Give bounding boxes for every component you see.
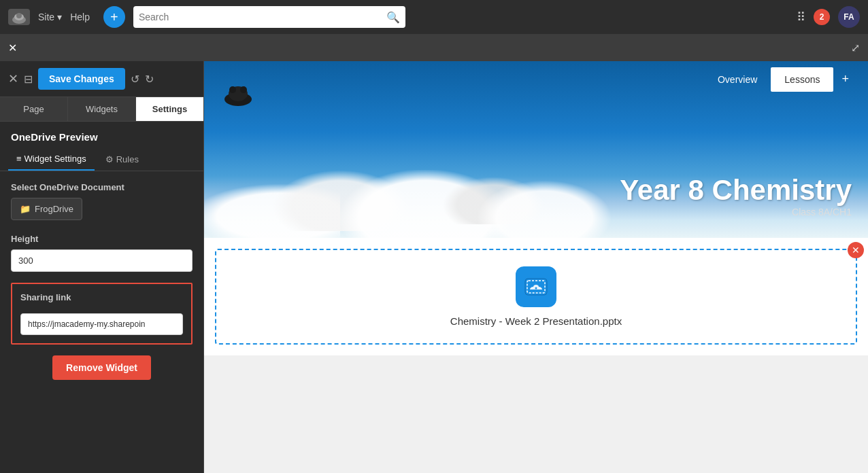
- widget-area: ✕ Chemistry - Week 2 Presentation.pptx: [204, 238, 868, 355]
- search-input[interactable]: [139, 12, 386, 22]
- subtab-rules[interactable]: ⚙ Rules: [97, 148, 147, 171]
- select-document-label: Select OneDrive Document: [11, 182, 193, 192]
- widget-title: OneDrive Preview: [0, 122, 203, 148]
- lessons-nav-button[interactable]: Lessons: [771, 67, 833, 92]
- site-label: Site: [38, 12, 54, 22]
- folder-icon: 📁: [20, 204, 31, 214]
- redo-button[interactable]: ↻: [145, 73, 154, 86]
- subtab-rules-label: Rules: [116, 154, 139, 164]
- sharing-link-section: Sharing link: [11, 283, 193, 345]
- sidebar-toolbar: ✕ ⊟ Save Changes ↺ ↻: [0, 61, 203, 97]
- svg-point-2: [16, 13, 22, 18]
- nav-right-controls: ⠿ 2 FA: [797, 6, 860, 28]
- undo-button[interactable]: ↺: [131, 73, 139, 86]
- add-button[interactable]: +: [103, 6, 125, 28]
- remove-widget-button[interactable]: Remove Widget: [52, 355, 151, 380]
- settings-icon: ≡: [16, 154, 22, 164]
- toolbar-close-button[interactable]: ✕: [8, 71, 18, 86]
- frog-drive-label: FrogDrive: [35, 204, 73, 214]
- search-bar: 🔍: [133, 6, 405, 28]
- header-add-button[interactable]: +: [833, 67, 857, 92]
- chevron-down-icon: ▾: [57, 12, 62, 22]
- height-input[interactable]: [11, 249, 193, 272]
- notification-badge[interactable]: 2: [814, 9, 830, 25]
- expand-button[interactable]: ⤢: [851, 41, 860, 54]
- header-title-area: Year 8 Chemistry Class 8A/CH1: [620, 174, 852, 217]
- overview-nav-button[interactable]: Overview: [704, 67, 771, 92]
- select-document-section: Select OneDrive Document 📁 FrogDrive: [11, 182, 193, 220]
- secondary-bar: ✕ ⤢: [0, 34, 868, 61]
- tab-settings[interactable]: Settings: [136, 97, 203, 121]
- widget-remove-button[interactable]: ✕: [848, 242, 864, 258]
- page-header: Overview Lessons + Year 8 Chemistry Clas…: [204, 61, 868, 238]
- sharing-link-input[interactable]: [20, 313, 183, 335]
- save-changes-button[interactable]: Save Changes: [38, 68, 125, 90]
- page-title: Year 8 Chemistry: [620, 174, 852, 207]
- onedrive-icon: [516, 266, 556, 307]
- tab-widgets[interactable]: Widgets: [68, 97, 136, 121]
- cloud-5: [476, 180, 612, 238]
- avatar[interactable]: FA: [838, 6, 860, 28]
- subtab-widget-settings-label: Widget Settings: [24, 154, 86, 164]
- secondary-close-button[interactable]: ✕: [8, 41, 17, 54]
- rules-icon: ⚙: [105, 154, 114, 164]
- tab-page[interactable]: Page: [0, 97, 68, 121]
- top-navigation: Site ▾ Help + 🔍 ⠿ 2 FA: [0, 0, 868, 34]
- sharing-link-label: Sharing link: [20, 292, 183, 302]
- content-area: Overview Lessons + Year 8 Chemistry Clas…: [204, 61, 868, 473]
- sidebar-content: Select OneDrive Document 📁 FrogDrive Hei…: [0, 171, 203, 473]
- sidebar-tabs: Page Widgets Settings: [0, 97, 203, 122]
- height-section: Height: [11, 234, 193, 272]
- help-button[interactable]: Help: [70, 12, 90, 22]
- site-menu-button[interactable]: Site ▾: [38, 12, 62, 22]
- header-nav: Overview Lessons +: [204, 61, 868, 97]
- app-logo: [8, 9, 30, 25]
- grid-icon[interactable]: ⠿: [797, 10, 805, 24]
- search-icon: 🔍: [386, 11, 400, 24]
- toolbar-collapse-button[interactable]: ⊟: [24, 73, 33, 86]
- sidebar: ✕ ⊟ Save Changes ↺ ↻ Page Widgets Settin…: [0, 61, 204, 473]
- height-label: Height: [11, 234, 193, 244]
- frog-drive-button[interactable]: 📁 FrogDrive: [11, 198, 82, 220]
- onedrive-widget[interactable]: ✕ Chemistry - Week 2 Presentation.pptx: [215, 249, 857, 345]
- subtab-widget-settings[interactable]: ≡ Widget Settings: [8, 148, 95, 171]
- main-layout: ✕ ⊟ Save Changes ↺ ↻ Page Widgets Settin…: [0, 61, 868, 473]
- widget-filename: Chemistry - Week 2 Presentation.pptx: [450, 315, 622, 327]
- svg-point-9: [535, 287, 537, 290]
- page-subtitle: Class 8A/CH1: [620, 207, 852, 217]
- widget-subtabs: ≡ Widget Settings ⚙ Rules: [0, 148, 203, 171]
